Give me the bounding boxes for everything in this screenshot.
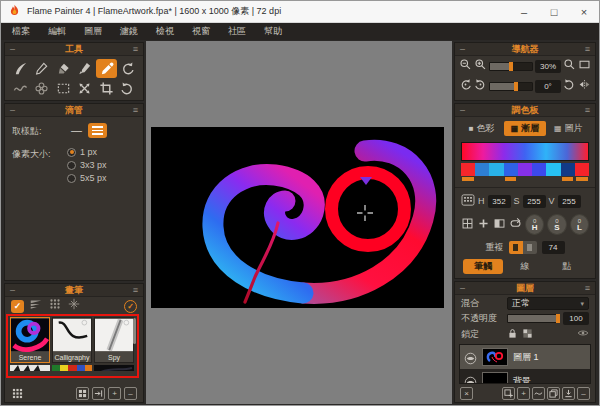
contrast-icon[interactable] (493, 216, 506, 234)
blend-mode-select[interactable]: 正常▾ (507, 297, 589, 310)
blur-tool-button[interactable] (31, 79, 52, 98)
rotate-ccw-icon[interactable] (459, 77, 472, 95)
duplicate-layer-button[interactable] (547, 387, 560, 400)
gradient-swatch[interactable] (518, 163, 532, 176)
opacity-value[interactable]: 100 (563, 312, 589, 325)
panel-menu-icon[interactable]: ≡ (133, 106, 138, 115)
menu-community[interactable]: 社區 (219, 23, 255, 40)
loop-icon[interactable] (509, 216, 522, 234)
flame-brush-tool-button[interactable] (10, 59, 31, 78)
eye-icon[interactable] (577, 327, 589, 341)
pencil-tool-button[interactable] (31, 59, 52, 78)
flame-brush-filter-checkbox[interactable]: ✓ (11, 300, 24, 313)
layer-visibility-eye-icon[interactable] (464, 375, 477, 385)
curve-tool-button[interactable] (10, 79, 31, 98)
saturation-jitter-knob[interactable]: 0S (547, 214, 566, 235)
grid-mode-icon[interactable] (461, 216, 474, 234)
opacity-slider[interactable] (507, 314, 559, 323)
gradient-stop-marker[interactable] (505, 177, 516, 181)
brush-card-calligraphy[interactable]: Calligraphy (52, 317, 92, 363)
clear-layer-button[interactable]: × (460, 387, 473, 400)
brush-thumbnail-partial-1[interactable] (10, 365, 50, 371)
zoom-slider[interactable] (489, 62, 533, 71)
radio-3x3px[interactable]: 3x3 px (67, 160, 107, 170)
canvas[interactable] (151, 127, 444, 308)
repeat-value[interactable]: 74 (542, 241, 565, 254)
gradient-swatch[interactable] (532, 163, 546, 176)
add-layer-button[interactable]: + (517, 387, 530, 400)
magnifier-icon[interactable] (563, 57, 576, 75)
saturation-value[interactable]: 255 (523, 195, 546, 208)
mode-point-button[interactable]: 點 (547, 259, 587, 274)
remove-brush-button[interactable]: – (124, 387, 137, 400)
gradient-swatch[interactable] (561, 163, 575, 176)
zoom-in-icon[interactable] (474, 57, 487, 75)
select-tool-button[interactable] (53, 79, 74, 98)
add-brush-button[interactable]: + (108, 387, 121, 400)
brush-card-serene[interactable]: Serene (10, 317, 50, 363)
reset-rotation-icon[interactable] (563, 77, 576, 95)
menu-help[interactable]: 幫助 (255, 23, 291, 40)
menu-view[interactable]: 檢視 (147, 23, 183, 40)
menu-filter[interactable]: 濾鏡 (111, 23, 147, 40)
repeat-toggle[interactable] (509, 241, 537, 254)
flip-horizontal-icon[interactable] (578, 77, 591, 95)
radio-5x5px[interactable]: 5x5 px (67, 173, 107, 183)
ribbon-brush-filter-icon[interactable] (29, 297, 43, 315)
move-tool-button[interactable] (74, 79, 95, 98)
rotate-cw-icon[interactable] (474, 77, 487, 95)
menu-edit[interactable]: 編輯 (39, 23, 75, 40)
panel-menu-icon[interactable]: ≡ (585, 284, 590, 293)
tab-image[interactable]: ▦圖片 (548, 121, 589, 136)
panel-menu-icon[interactable]: ≡ (585, 106, 590, 115)
vector-layer-button[interactable] (532, 387, 545, 400)
maximize-button[interactable]: □ (539, 1, 569, 22)
zoom-value[interactable]: 30% (535, 60, 561, 73)
mode-stroke-button[interactable]: 筆觸 (463, 259, 503, 274)
brush-confirm-check-icon[interactable]: ✓ (124, 300, 137, 313)
brush-export-button[interactable] (92, 387, 105, 400)
gradient-swatch[interactable] (489, 163, 503, 176)
rotation-slider[interactable] (489, 82, 533, 91)
layer-visibility-eye-icon[interactable] (464, 351, 477, 364)
numeric-pad-icon[interactable] (461, 194, 475, 208)
crossfade-icon[interactable] (477, 216, 490, 234)
layer-row-background[interactable]: 背景 (460, 369, 590, 384)
brush-thumbnail-partial-3[interactable] (94, 365, 134, 371)
menu-file[interactable]: 檔案 (3, 23, 39, 40)
eraser-tool-button[interactable] (53, 59, 74, 78)
undo-icon[interactable] (117, 59, 138, 78)
minimize-button[interactable]: – (509, 1, 539, 22)
new-layer-button[interactable] (502, 387, 515, 400)
menu-layer[interactable]: 圖層 (75, 23, 111, 40)
lock-icon[interactable] (507, 328, 518, 341)
mode-line-button[interactable]: 線 (505, 259, 545, 274)
canvas-workspace[interactable] (146, 41, 452, 404)
redo-icon[interactable] (117, 79, 138, 98)
close-button[interactable]: × (569, 1, 599, 22)
tab-color[interactable]: ■色彩 (461, 121, 502, 136)
brush-thumbnail-size-button[interactable] (76, 387, 89, 400)
panel-menu-icon[interactable]: ≡ (585, 45, 590, 54)
fill-tool-button[interactable] (74, 59, 95, 78)
gradient-stop-marker[interactable] (576, 177, 587, 181)
brush-thumbnail-partial-2[interactable] (52, 365, 92, 371)
brush-list-scrollbar[interactable] (133, 318, 136, 344)
merge-down-button[interactable] (562, 387, 575, 400)
dots-brush-filter-icon[interactable] (48, 297, 62, 315)
layer-row-layer1[interactable]: 圖層 1 (460, 345, 590, 369)
rotation-value[interactable]: 0° (535, 80, 561, 93)
gradient-swatch[interactable] (546, 163, 560, 176)
sample-dash-icon[interactable]: — (71, 123, 82, 136)
delete-layer-button[interactable]: – (577, 387, 590, 400)
hue-jitter-knob[interactable]: 0H (525, 214, 544, 235)
fit-screen-icon[interactable] (578, 57, 591, 75)
lock-transparency-icon[interactable] (522, 328, 533, 341)
gradient-swatch[interactable] (504, 163, 518, 176)
panel-menu-icon[interactable]: ≡ (133, 286, 138, 295)
tab-gradient[interactable]: ▦漸層 (504, 121, 545, 136)
lightness-jitter-knob[interactable]: 0L (570, 214, 589, 235)
panel-menu-icon[interactable]: ≡ (133, 45, 138, 54)
menu-window[interactable]: 視窗 (183, 23, 219, 40)
gradient-swatch[interactable] (575, 163, 589, 176)
